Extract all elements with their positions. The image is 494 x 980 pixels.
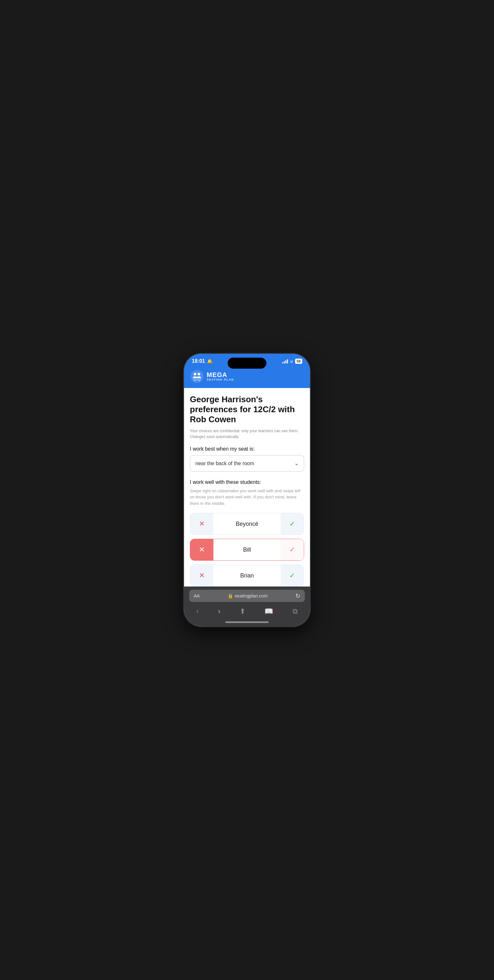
dislike-button-beyonce[interactable]: ✕	[190, 513, 214, 535]
student-card-bill[interactable]: ✕ Bill ✓	[190, 539, 304, 561]
svg-point-1	[194, 373, 196, 375]
students-section-label: I work well with these students:	[190, 479, 304, 485]
forward-button[interactable]: ›	[214, 606, 224, 617]
phone-screen: 18:01 🔔 ⊍ 59	[184, 354, 310, 626]
logo-area: MEGA SEATING PLAN	[191, 370, 303, 383]
svg-rect-4	[194, 380, 195, 382]
browser-nav-bar: ‹ › ⬆ 📖 ⧉	[189, 606, 305, 617]
browser-aa-button[interactable]: AA	[194, 593, 200, 598]
student-card-brian[interactable]: ✕ Brian ✓	[190, 565, 304, 587]
tabs-button[interactable]: ⧉	[288, 606, 301, 617]
svg-point-0	[191, 370, 203, 383]
student-name-bill: Bill	[214, 539, 280, 560]
browser-bar: AA 🔒 seatingplan.com ↻ ‹ › ⬆ 📖 ⧉	[184, 587, 310, 619]
svg-rect-5	[199, 380, 199, 382]
seat-section-label: I work best when my seat is:	[190, 446, 304, 452]
student-name-brian: Brian	[214, 565, 280, 586]
dislike-button-bill[interactable]: ✕	[190, 539, 214, 560]
like-button-bill[interactable]: ✓	[280, 539, 304, 560]
battery-level: 59	[297, 359, 301, 363]
logo-mega-label: MEGA	[207, 372, 234, 378]
bookmarks-button[interactable]: 📖	[261, 606, 277, 617]
back-button[interactable]: ‹	[193, 606, 202, 617]
swipe-instruction: Swipe right on classmates you work well …	[190, 488, 304, 507]
browser-url-display: 🔒 seatingplan.com	[228, 593, 268, 598]
app-header: MEGA SEATING PLAN	[184, 367, 310, 388]
reload-icon[interactable]: ↻	[295, 592, 300, 600]
status-time: 18:01 🔔	[192, 358, 212, 364]
like-button-brian[interactable]: ✓	[280, 565, 304, 586]
url-text: seatingplan.com	[235, 593, 268, 598]
logo-text: MEGA SEATING PLAN	[207, 372, 234, 381]
dislike-button-brian[interactable]: ✕	[190, 565, 214, 586]
home-bar	[225, 621, 269, 623]
student-cards-list: ✕ Beyoncé ✓ ✕ Bill ✓ ✕ Brian ✓	[190, 513, 304, 587]
bell-icon: 🔔	[207, 359, 212, 364]
battery-indicator: 59	[295, 359, 302, 364]
wifi-icon: ⊍	[290, 359, 293, 364]
signal-icon	[282, 359, 288, 363]
page-title: George Harrison's preferences for 12C/2 …	[190, 395, 304, 425]
time-display: 18:01	[192, 358, 205, 364]
svg-rect-3	[193, 380, 201, 380]
logo-sub-label: SEATING PLAN	[207, 378, 234, 381]
seat-select-wrapper[interactable]: at the front of the room near the front …	[190, 455, 304, 472]
page-subtitle: Your choices are confidential: only your…	[190, 428, 304, 440]
dynamic-island	[228, 358, 266, 369]
logo-icon	[191, 370, 203, 383]
svg-point-2	[198, 373, 200, 375]
phone-frame: 18:01 🔔 ⊍ 59	[184, 354, 310, 626]
student-name-beyonce: Beyoncé	[214, 513, 280, 535]
main-content: George Harrison's preferences for 12C/2 …	[184, 388, 310, 587]
student-card-beyonce[interactable]: ✕ Beyoncé ✓	[190, 513, 304, 535]
browser-url-bar[interactable]: AA 🔒 seatingplan.com ↻	[189, 590, 305, 602]
seat-select[interactable]: at the front of the room near the front …	[190, 455, 304, 472]
home-indicator	[184, 619, 310, 626]
lock-icon: 🔒	[228, 593, 233, 598]
like-button-beyonce[interactable]: ✓	[280, 513, 304, 535]
share-button[interactable]: ⬆	[236, 606, 249, 617]
status-right-icons: ⊍ 59	[282, 359, 302, 364]
